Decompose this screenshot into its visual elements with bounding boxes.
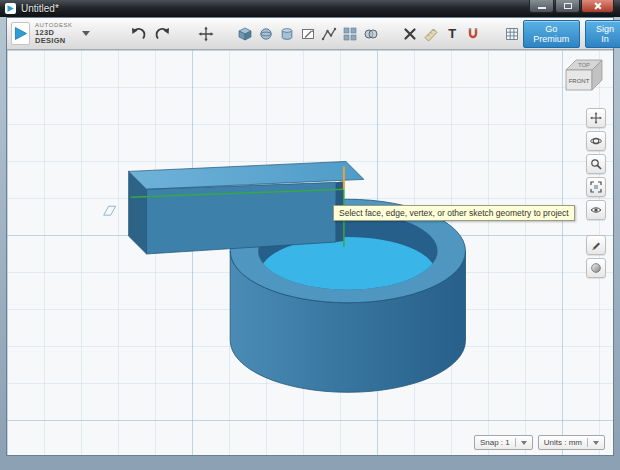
zoom-magnifier-icon [590,158,602,170]
combine-icon [363,26,379,42]
undo-icon [130,26,146,42]
text-tool-button[interactable]: T [442,22,463,46]
units-value: Units : mm [544,438,582,447]
snap-button[interactable] [463,22,484,46]
snap-value: Snap : 1 [480,438,510,447]
snap-setting[interactable]: Snap : 1 [474,435,533,450]
status-divider [587,438,588,447]
orbit-button[interactable] [586,131,606,151]
grid-icon [504,26,520,42]
primitive-sphere-icon [258,26,274,42]
window-title: Untitled* [21,3,59,14]
status-divider [515,438,516,447]
zoom-button[interactable] [586,154,606,174]
maximize-icon [564,3,572,9]
pan-button[interactable] [586,108,606,128]
transform-move-button[interactable] [196,22,217,46]
pan-icon [590,112,602,124]
pattern-icon [342,26,358,42]
combine-button[interactable] [361,22,382,46]
sketch-icon [300,26,316,42]
pencil-icon [590,239,602,251]
sketch-plane-indicator [104,206,116,215]
look-at-button[interactable] [586,200,606,220]
delete-icon [402,26,418,42]
model-3d[interactable] [7,50,613,455]
primitive-box-icon [237,26,253,42]
status-bar: Snap : 1 Units : mm [474,435,605,450]
material-button[interactable] [586,258,606,278]
units-setting[interactable]: Units : mm [538,435,605,450]
app-logo[interactable] [11,22,30,45]
brand-line2: 123D DESIGN [35,29,73,45]
viewcube-top-label: TOP [578,62,590,68]
minimize-icon [538,7,546,9]
fit-view-button[interactable] [586,177,606,197]
material-sphere-icon [590,262,602,274]
snap-magnet-icon [465,26,481,42]
measure-button[interactable] [421,22,442,46]
primitive-sphere-button[interactable] [256,22,277,46]
minimize-button[interactable] [529,0,554,13]
sketch-edit-button[interactable] [586,235,606,255]
redo-button[interactable] [153,22,174,46]
redo-icon [155,26,171,42]
fit-view-icon [590,181,602,193]
maximize-button[interactable] [555,0,580,13]
main-toolbar: AUTODESK 123D DESIGN [7,18,613,50]
units-dropdown-icon[interactable] [593,441,599,445]
app-window: AUTODESK 123D DESIGN [6,17,614,456]
view-cube[interactable]: TOP FRONT [559,55,605,99]
measure-ruler-icon [423,26,439,42]
text-tool-icon: T [448,26,456,41]
sign-in-button[interactable]: Sign In [585,20,620,48]
navigation-toolbar [586,108,606,278]
grid-toggle-button[interactable] [502,22,523,46]
viewcube-front-label: FRONT [569,78,590,84]
delete-button[interactable] [400,22,421,46]
undo-button[interactable] [128,22,149,46]
brand-text: AUTODESK 123D DESIGN [35,22,73,44]
viewport-canvas[interactable]: Select face, edge, vertex, or other sket… [7,50,613,455]
primitive-cylinder-button[interactable] [277,22,298,46]
hint-tooltip: Select face, edge, vertex, or other sket… [333,205,575,221]
orbit-icon [590,135,602,147]
sketch-button[interactable] [298,22,319,46]
polyline-icon [321,26,337,42]
primitive-box-button[interactable] [235,22,256,46]
app-icon [5,3,16,14]
primitive-cylinder-icon [279,26,295,42]
pattern-button[interactable] [340,22,361,46]
logo-triangle-icon [12,25,29,42]
move-icon [198,26,214,42]
eye-icon [590,204,602,216]
close-button[interactable] [581,0,614,13]
polyline-button[interactable] [319,22,340,46]
close-icon [594,2,602,10]
window-titlebar: Untitled* [0,0,620,17]
go-premium-button[interactable]: Go Premium [523,20,580,48]
snap-dropdown-icon[interactable] [521,441,527,445]
menu-chevron-icon[interactable] [82,31,90,36]
